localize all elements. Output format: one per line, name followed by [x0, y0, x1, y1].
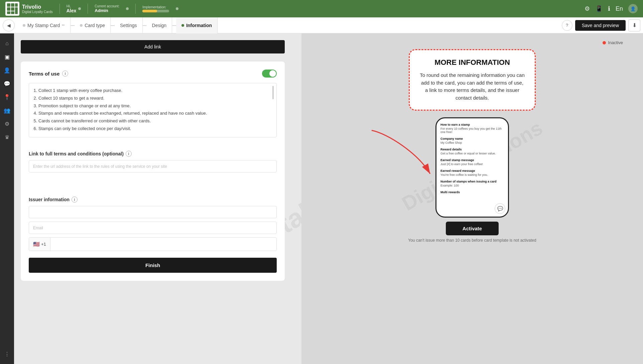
email-input[interactable]	[29, 222, 277, 234]
terms-list: Collect 1 stamp with every coffee purcha…	[33, 87, 272, 132]
step-dot-2	[80, 24, 83, 27]
phone-field-value-2: My Coffee Shop	[440, 141, 504, 144]
phone-row: 🇺🇸 +1	[29, 237, 277, 251]
inactive-badge: Inactive	[603, 40, 623, 45]
issuer-info-icon[interactable]: i	[72, 197, 78, 203]
terms-title: Terms of use i	[29, 71, 68, 77]
terms-info-icon[interactable]: i	[62, 71, 68, 77]
preview-panel: Digital Solutions Inactive MORE INFORMAT…	[301, 33, 643, 364]
divider-3	[29, 180, 277, 189]
greeting-label: Hi,	[67, 4, 77, 8]
username-label: Alex	[67, 8, 77, 13]
issuer-title-text: Issuer information	[29, 197, 70, 202]
help-button[interactable]: ?	[562, 20, 572, 31]
scroll-indicator	[272, 86, 274, 99]
user-area: Hi, Alex	[67, 4, 81, 13]
terms-item-1: Collect 1 stamp with every coffee purcha…	[38, 87, 272, 94]
nav-divider-1	[59, 4, 60, 14]
terms-item-3: Promotion subject to change or end at an…	[38, 103, 272, 110]
sidebar-card[interactable]: ▣	[1, 51, 13, 63]
sidebar-chat[interactable]: 💬	[1, 78, 13, 90]
nav-divider-3	[135, 4, 136, 14]
phone-chat-icon[interactable]: 💬	[495, 203, 505, 214]
sidebar-users[interactable]: 👤	[1, 64, 13, 76]
download-button[interactable]: ⬇	[628, 19, 640, 31]
phone-field-3: Reward details Get a free coffee or equa…	[440, 148, 504, 155]
sep-2: —	[111, 23, 115, 28]
phone-field-value-3: Get a free coffee or equal or lesser val…	[440, 152, 504, 155]
sidebar-settings[interactable]: ⚙	[1, 118, 13, 130]
step-information[interactable]: Information	[176, 17, 218, 33]
sidebar-contacts[interactable]: 👥	[1, 104, 13, 116]
phone-prefix: +1	[41, 242, 46, 247]
phone-field-7: Multi rewards	[440, 191, 504, 194]
impl-label: Implementation:	[142, 5, 169, 9]
sidebar-home[interactable]: ⌂	[1, 37, 13, 49]
svg-rect-4	[11, 7, 14, 11]
step-label-1: My Stamp Card	[27, 23, 60, 28]
sidebar-location[interactable]: 📍	[1, 91, 13, 103]
back-button[interactable]: ◀	[3, 19, 15, 31]
step-my-stamp-card[interactable]: My Stamp Card ✏	[17, 17, 71, 33]
svg-rect-1	[11, 3, 14, 7]
logo-area: Trivolio Digital Loyalty Cards	[5, 2, 53, 16]
step-design[interactable]: Design	[147, 17, 172, 33]
save-preview-button[interactable]: Save and preview	[575, 20, 626, 31]
sidebar-more[interactable]: ⋮	[1, 348, 13, 360]
terms-item-6: Stamps can only be collected once per da…	[38, 125, 272, 132]
terms-title-label: Terms of use	[29, 71, 59, 77]
form-panel: Digital Solutions Add link Terms of use …	[14, 33, 301, 364]
svg-rect-6	[11, 11, 14, 14]
company-name-input[interactable]: My Coffee Shop	[29, 206, 277, 218]
sep-1: —	[71, 23, 75, 28]
sep-4: —	[172, 23, 176, 28]
activate-button[interactable]: Activate	[446, 222, 499, 235]
step-label-5: Information	[186, 23, 212, 28]
impl-area: Implementation:	[142, 5, 169, 12]
nav-divider-2	[88, 4, 88, 14]
link-info-icon[interactable]: i	[126, 151, 132, 157]
avatar-icon[interactable]: 👤	[628, 4, 638, 13]
phone-field-label-7: Multi rewards	[440, 191, 504, 194]
information-card: Terms of use i Collect 1 stamp with ever…	[21, 62, 285, 281]
phone-field-1: How to earn a stamp For every 10 coffees…	[440, 123, 504, 134]
impl-fill	[142, 10, 157, 12]
sidebar-crown[interactable]: ♛	[1, 131, 13, 143]
account-label: Current account:	[95, 4, 119, 8]
svg-rect-2	[15, 3, 18, 7]
issuer-label: Issuer information i	[29, 197, 277, 203]
step-settings[interactable]: Settings	[115, 17, 143, 33]
language-icon[interactable]: En	[616, 5, 623, 12]
terms-toggle[interactable]	[262, 70, 277, 78]
step-edit-icon-1: ✏	[62, 23, 65, 27]
finish-button[interactable]: Finish	[29, 258, 277, 273]
svg-rect-7	[15, 7, 18, 14]
info-nav-icon[interactable]: ℹ	[608, 5, 610, 12]
phone-field-value-6: Example: 100	[440, 184, 504, 187]
flag-prefix[interactable]: 🇺🇸 +1	[29, 238, 50, 251]
main-layout: ⌂ ▣ 👤 💬 📍 👥 ⚙ ♛ ⋮ Digital Solutions Add …	[0, 33, 643, 364]
step-navigation: ◀ My Stamp Card ✏ — Card type — Settings…	[0, 17, 643, 33]
logo-box	[5, 2, 19, 16]
terms-text-area: Collect 1 stamp with every coffee purcha…	[29, 83, 277, 137]
settings-icon[interactable]: ⚙	[585, 5, 590, 12]
tooltip-body: To round out the remaining information y…	[419, 72, 525, 102]
link-input[interactable]	[29, 160, 277, 172]
phone-input[interactable]	[50, 238, 276, 250]
add-link-button[interactable]: Add link	[21, 40, 285, 53]
mobile-icon[interactable]: 📱	[595, 5, 603, 12]
phone-field-label-4: Earned stamp message	[440, 158, 504, 162]
link-title-text: Link to full terms and conditions (optio…	[29, 151, 124, 156]
phone-field-label-5: Earned reward message	[440, 169, 504, 172]
step-label-2: Card type	[85, 23, 105, 28]
link-label: Link to full terms and conditions (optio…	[29, 151, 277, 157]
terms-item-2: Collect 10 stamps to get a reward.	[38, 95, 272, 102]
content-area: Digital Solutions Add link Terms of use …	[14, 33, 643, 364]
phone-field-value-5: You're free coffee is waiting for you.	[440, 173, 504, 176]
steps-row: My Stamp Card ✏ — Card type — Settings —…	[17, 17, 559, 33]
brand-name: Trivolio	[22, 4, 53, 10]
phone-field-2: Company name My Coffee Shop	[440, 137, 504, 144]
phone-field-6: Number of stamps when issuing a card Exa…	[440, 180, 504, 187]
step-card-type[interactable]: Card type	[75, 17, 111, 33]
flag-icon: 🇺🇸	[33, 241, 40, 247]
